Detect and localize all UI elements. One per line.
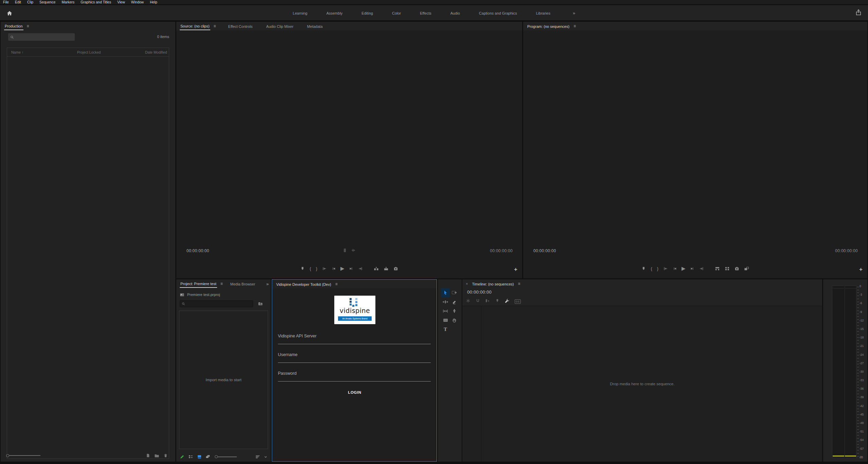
production-zoom-slider[interactable]	[6, 454, 40, 457]
menu-view[interactable]: View	[114, 0, 128, 4]
menu-markers[interactable]: Markers	[58, 0, 77, 4]
timeline-panel-menu-icon[interactable]: ≡	[517, 282, 521, 286]
project-panel-menu-icon[interactable]: ≡	[220, 282, 224, 286]
insert-button[interactable]	[374, 266, 379, 271]
tab-vidispine-toolkit[interactable]: Vidispine Developer Toolkit (Dev)	[276, 281, 332, 288]
workspace-tab-captions-and-graphics[interactable]: Captions and Graphics	[479, 11, 517, 15]
project-writable-button[interactable]	[180, 454, 184, 459]
tab-timeline[interactable]: Timeline: (no sequences)	[471, 280, 514, 287]
project-breadcrumb[interactable]: Premiere test.prproj	[180, 291, 268, 298]
ripple-edit-tool[interactable]	[441, 297, 450, 307]
project-media-list[interactable]: Import media to start	[179, 311, 268, 449]
share-button[interactable]	[855, 9, 862, 16]
menu-help[interactable]: Help	[147, 0, 160, 4]
hand-tool[interactable]	[450, 316, 459, 325]
audio-meter[interactable]	[832, 285, 856, 458]
drag-video-only-button[interactable]	[343, 248, 347, 253]
zoom-slider-knob[interactable]	[6, 454, 9, 457]
production-search-input[interactable]	[16, 35, 73, 39]
menu-clip[interactable]: Clip	[24, 0, 36, 4]
icon-view-button[interactable]	[197, 454, 202, 459]
track-select-forward-tool[interactable]	[450, 288, 459, 297]
new-project-button[interactable]	[143, 452, 152, 459]
delete-button[interactable]	[161, 452, 170, 459]
new-bin-button[interactable]	[152, 452, 161, 459]
go-to-out-button[interactable]	[699, 266, 704, 271]
tab-project[interactable]: Project: Premiere test	[180, 280, 217, 288]
extract-button[interactable]	[725, 266, 730, 271]
step-back-button[interactable]	[332, 266, 336, 271]
snap-toggle[interactable]	[476, 298, 480, 303]
timeline-close-icon[interactable]: ×	[466, 282, 468, 286]
project-tabs-overflow-icon[interactable]: »	[264, 281, 269, 286]
sort-icons-button[interactable]	[255, 455, 260, 459]
lift-button[interactable]	[715, 266, 720, 271]
pen-tool[interactable]	[450, 307, 459, 316]
play-button[interactable]: ▶	[681, 265, 686, 272]
mark-out-button[interactable]: }	[657, 266, 658, 271]
source-panel-menu-icon[interactable]: ≡	[213, 24, 217, 28]
workspace-tab-learning[interactable]: Learning	[293, 11, 307, 15]
add-marker-button[interactable]	[495, 299, 499, 303]
api-server-field[interactable]: Vidispine API Server	[278, 333, 431, 344]
workspace-overflow-icon[interactable]: »	[573, 11, 575, 16]
type-tool[interactable]: T	[441, 325, 450, 334]
home-button[interactable]	[5, 9, 14, 17]
tab-media-browser[interactable]: Media Browser	[230, 280, 256, 287]
go-to-out-button[interactable]	[358, 266, 363, 271]
list-view-button[interactable]	[188, 454, 193, 459]
workspace-tab-editing[interactable]: Editing	[361, 11, 373, 15]
menu-sequence[interactable]: Sequence	[36, 0, 58, 4]
tab-audio-clip-mixer[interactable]: Audio Clip Mixer	[266, 23, 294, 30]
sort-order-dropdown[interactable]	[264, 455, 267, 459]
mark-out-button[interactable]: }	[316, 266, 317, 271]
tab-metadata[interactable]: Metadata	[306, 23, 323, 30]
project-zoom-slider[interactable]	[215, 455, 237, 458]
project-search-box[interactable]	[180, 300, 253, 307]
razor-tool[interactable]	[450, 297, 459, 307]
step-forward-button[interactable]	[690, 266, 694, 271]
menu-file[interactable]: File	[0, 0, 12, 4]
program-button-editor[interactable]: +	[859, 266, 863, 273]
selection-tool[interactable]	[441, 288, 450, 297]
insert-as-nest-toggle[interactable]	[466, 298, 471, 303]
workspace-tab-color[interactable]: Color	[392, 11, 401, 15]
step-forward-button[interactable]	[349, 266, 353, 271]
menu-window[interactable]: Window	[128, 0, 147, 4]
search-bin-button[interactable]	[256, 300, 265, 307]
rectangle-tool[interactable]	[441, 316, 450, 325]
menu-edit[interactable]: Edit	[12, 0, 24, 4]
menu-graphics-and-titles[interactable]: Graphics and Titles	[77, 0, 114, 4]
mark-in-button[interactable]: {	[309, 266, 311, 271]
production-panel-menu-icon[interactable]: ≡	[26, 24, 30, 28]
column-project-locked[interactable]: Project Locked	[77, 50, 145, 54]
workspace-tab-effects[interactable]: Effects	[420, 11, 431, 15]
linked-selection-toggle[interactable]	[485, 298, 490, 303]
tab-effect-controls[interactable]: Effect Controls	[228, 23, 253, 30]
workspace-tab-libraries[interactable]: Libraries	[536, 11, 550, 15]
export-frame-button[interactable]	[393, 266, 398, 271]
mark-in-button[interactable]: {	[651, 266, 652, 271]
go-to-in-button[interactable]	[663, 266, 668, 271]
export-frame-button[interactable]	[734, 266, 739, 271]
tab-source[interactable]: Source: (no clips)	[180, 22, 210, 30]
tab-production[interactable]: Production	[4, 22, 23, 30]
play-button[interactable]: ▶	[340, 265, 344, 272]
password-field[interactable]: Password	[278, 370, 431, 382]
production-search-box[interactable]	[8, 33, 75, 41]
tab-program[interactable]: Program: (no sequences)	[527, 23, 570, 30]
login-button[interactable]: LOGIN	[272, 390, 437, 394]
timeline-playhead-timecode[interactable]: 00:00:00:00	[467, 290, 492, 295]
username-field[interactable]: Username	[278, 351, 431, 363]
column-name[interactable]: Name ↑	[7, 50, 77, 54]
add-marker-button[interactable]	[641, 266, 646, 271]
drag-audio-only-button[interactable]	[351, 248, 356, 253]
vidispine-panel-menu-icon[interactable]: ≡	[335, 282, 338, 286]
zoom-slider-knob[interactable]	[215, 455, 218, 458]
source-button-editor[interactable]: +	[514, 266, 517, 273]
comparison-view-button[interactable]	[744, 266, 749, 271]
workspace-tab-assembly[interactable]: Assembly	[326, 11, 343, 15]
timeline-display-settings-button[interactable]	[504, 298, 510, 303]
column-date-modified[interactable]: Date Modified	[145, 50, 169, 54]
overwrite-button[interactable]	[384, 266, 389, 271]
